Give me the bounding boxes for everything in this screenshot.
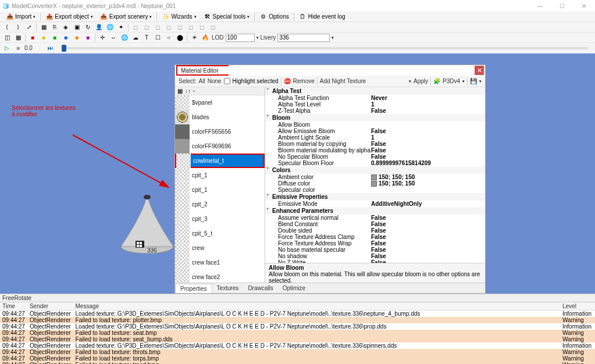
property-row[interactable]: Blend ConstantFalse	[265, 221, 485, 227]
material-row-crew[interactable]: crew	[175, 241, 265, 255]
livery-input[interactable]	[277, 34, 330, 42]
menu-export-scenery[interactable]: 📤Export scenery▾	[97, 12, 156, 22]
tab-textures[interactable]: Textures	[212, 284, 244, 292]
bulb-icon[interactable]: 🔥	[201, 33, 210, 42]
log-row[interactable]: 09:44:27ObjectRendererLoaded texture: G:…	[0, 323, 595, 330]
lod-input[interactable]	[226, 34, 255, 42]
property-value[interactable]: Never	[371, 95, 485, 101]
property-value[interactable]: False	[371, 215, 485, 221]
property-row[interactable]: Diffuse color150; 150; 150	[265, 180, 485, 187]
box-icon[interactable]: ☐	[153, 33, 162, 42]
menu-hide-event-log[interactable]: 🗒Hide event log	[295, 12, 349, 22]
stop-icon[interactable]: ■	[13, 44, 23, 53]
property-row[interactable]: Specular Bloom Floor0.89999997615814209	[265, 160, 485, 166]
orange-icon[interactable]: ■	[72, 33, 81, 42]
property-row[interactable]: Bloom material by copyingFalse	[265, 141, 485, 147]
viewport-3d[interactable]: Sélectionner les textures à modifier 336…	[0, 53, 595, 294]
material-row-cpit_1[interactable]: cpit_1	[175, 168, 265, 183]
add-night-texture-button[interactable]: Add Night Texture	[320, 78, 366, 84]
close-button[interactable]: ✕	[575, 3, 593, 9]
property-grid[interactable]: Alpha TestAlpha Test FunctionNeverAlpha …	[265, 87, 485, 263]
material-row-crew face2[interactable]: crew face2	[175, 270, 265, 283]
property-row[interactable]: Ambient Light Scale1	[265, 134, 485, 141]
grid2-icon[interactable]: ▦	[13, 33, 23, 42]
remove-button[interactable]: Remove	[293, 78, 315, 84]
save-icon[interactable]: 💾	[470, 78, 477, 84]
kite-icon[interactable]: ◈	[61, 23, 70, 32]
material-row-crew face1[interactable]: crew face1	[175, 255, 265, 270]
tool-h-icon[interactable]: ◻	[208, 23, 218, 32]
sun-icon[interactable]: ☀	[190, 33, 199, 42]
timeline-step-icon[interactable]: ⏭	[46, 44, 55, 53]
purple-icon[interactable]: ■	[83, 33, 92, 42]
property-row[interactable]: No shadowFalse	[265, 253, 485, 259]
log-header-time[interactable]: Time	[0, 302, 27, 311]
property-value[interactable]	[371, 187, 485, 193]
menu-export-object[interactable]: 📤Export object▾	[42, 12, 96, 22]
property-value[interactable]: False	[371, 221, 485, 227]
fx-icon[interactable]: ✦	[116, 23, 126, 32]
nav-forward-icon[interactable]: ⟩	[13, 23, 23, 32]
tab-properties[interactable]: Properties	[175, 284, 212, 293]
material-row-cpit_2[interactable]: cpit_2	[175, 197, 265, 212]
property-row[interactable]: Specular color	[265, 187, 485, 193]
highlight-selected-checkbox[interactable]	[224, 78, 230, 84]
red-icon[interactable]: ■	[28, 33, 37, 42]
version-dropdown[interactable]: P3Dv4	[443, 78, 460, 84]
select-icon[interactable]: ▣	[72, 23, 81, 32]
property-row[interactable]: Allow Bloom	[265, 122, 485, 128]
property-category[interactable]: Emissive Properties	[265, 193, 485, 201]
property-value[interactable]: False	[371, 154, 485, 160]
material-row-cpit_5_t[interactable]: cpit_5_t	[175, 226, 265, 241]
text-icon[interactable]: T	[142, 33, 151, 42]
duplicate-icon[interactable]: ⎘	[50, 23, 59, 32]
log-row[interactable]: 09:44:27ObjectRendererLoaded texture: G:…	[0, 311, 595, 317]
menu-import[interactable]: 📥Import▾	[2, 12, 39, 22]
list-hdr-icon[interactable]: ▫	[193, 88, 195, 94]
property-value[interactable]: 150; 150; 150	[371, 174, 485, 180]
home-icon[interactable]: ⤢	[24, 23, 34, 32]
material-list[interactable]: ▦↓↑▫ $vpanelbladescolorFF565656colorFF96…	[175, 87, 265, 283]
globe2-icon[interactable]: 🌐	[120, 33, 129, 42]
property-row[interactable]: Alpha Test Level1	[265, 101, 485, 108]
menu-wizards[interactable]: ✨Wizards▾	[158, 12, 199, 22]
property-row[interactable]: Force Texture Address WrapFalse	[265, 240, 485, 247]
wireframe-icon[interactable]: ◫	[2, 33, 12, 42]
yellow-icon[interactable]: ■	[39, 33, 48, 42]
person-icon[interactable]: 👤	[94, 23, 104, 32]
material-row-cowlmetal_t[interactable]: cowlmetal_t	[175, 154, 265, 168]
log-row[interactable]: 09:44:27ObjectRendererFailed to load tex…	[0, 349, 595, 355]
event-log-table[interactable]: Time Sender Message Level 09:44:27Object…	[0, 302, 595, 364]
material-row-blades[interactable]: blades	[175, 110, 265, 124]
log-header-level[interactable]: Level	[560, 302, 595, 311]
tool-b-icon[interactable]: ◻	[142, 23, 151, 32]
property-value[interactable]: False	[371, 227, 485, 234]
grid-icon[interactable]: ▦	[39, 23, 48, 32]
tool-f-icon[interactable]: ◻	[186, 23, 195, 32]
circle-icon[interactable]: ○	[164, 33, 173, 42]
log-row[interactable]: 09:44:27ObjectRendererFailed to load tex…	[0, 330, 595, 336]
property-value[interactable]: False	[371, 128, 485, 134]
property-row[interactable]: Emissive ModeAdditiveNightOnly	[265, 201, 485, 207]
material-row-cpit_1[interactable]: cpit_1	[175, 183, 265, 197]
property-row[interactable]: Double sidedFalse	[265, 227, 485, 234]
log-row[interactable]: 09:44:27ObjectRendererLoaded texture: G:…	[0, 342, 595, 349]
property-value[interactable]	[371, 122, 485, 128]
log-row[interactable]: 09:44:27ObjectRendererFailed to load tex…	[0, 355, 595, 362]
tab-optimize[interactable]: Optimize	[278, 284, 310, 292]
property-row[interactable]: Force Texture Address ClampFalse	[265, 234, 485, 240]
property-row[interactable]: Assume vertical normalFalse	[265, 215, 485, 221]
darkball-icon[interactable]: ⬤	[175, 33, 184, 42]
property-row[interactable]: Allow Emissive BloomFalse	[265, 128, 485, 134]
maximize-button[interactable]: ☐	[553, 3, 571, 9]
menu-special-tools[interactable]: 🛠Special tools▾	[200, 12, 254, 22]
material-editor-close-button[interactable]: ✕	[475, 66, 484, 75]
property-value[interactable]: False	[371, 141, 485, 147]
green-icon[interactable]: ■	[50, 33, 59, 42]
property-row[interactable]: Alpha Test FunctionNever	[265, 95, 485, 101]
globe-icon[interactable]: 🌐	[105, 23, 115, 32]
material-row-colorFF565656[interactable]: colorFF565656	[175, 124, 265, 139]
nav-back-icon[interactable]: ⟨	[2, 23, 12, 32]
axis-icon[interactable]: ✛	[98, 33, 107, 42]
property-value[interactable]: 1	[371, 134, 485, 141]
